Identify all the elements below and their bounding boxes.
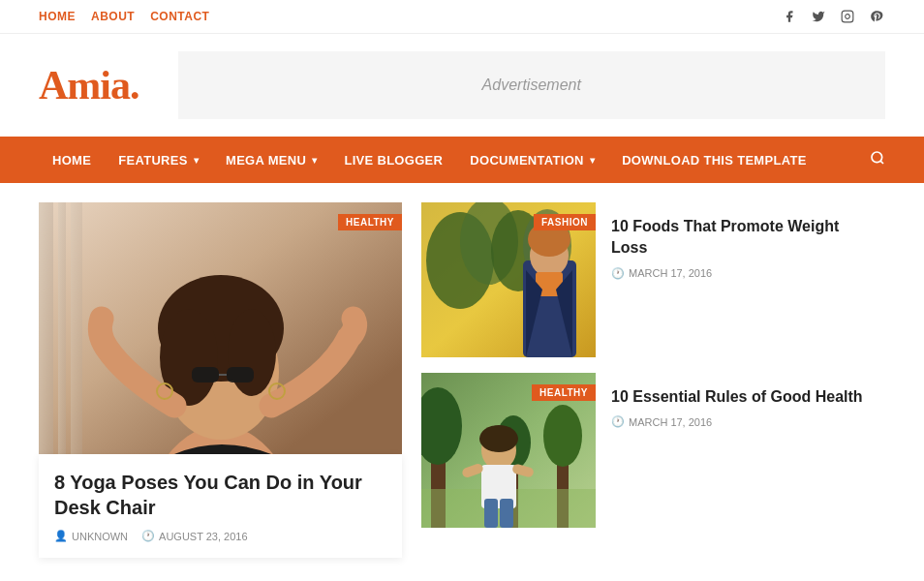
chevron-down-icon: ▾ bbox=[194, 155, 199, 166]
search-icon[interactable] bbox=[856, 137, 885, 183]
svg-line-3 bbox=[880, 161, 883, 164]
right-article-1-content: 10 Foods That Promote Weight Loss 🕐 MARC… bbox=[596, 202, 885, 357]
right-article-2-title[interactable]: 10 Essential Rules of Good Health bbox=[611, 386, 870, 408]
svg-rect-7 bbox=[71, 202, 82, 474]
right-article-2-meta: 🕐 MARCH 17, 2016 bbox=[611, 415, 870, 428]
advertisement-banner: Advertisement bbox=[178, 51, 886, 119]
svg-rect-44 bbox=[500, 499, 513, 528]
site-logo[interactable]: Amia. bbox=[39, 62, 139, 108]
svg-point-45 bbox=[479, 425, 518, 452]
right-article-1-meta: 🕐 MARCH 17, 2016 bbox=[611, 267, 870, 280]
clock-icon: 🕐 bbox=[141, 530, 155, 542]
facebook-icon[interactable] bbox=[781, 8, 798, 25]
instagram-icon[interactable] bbox=[839, 8, 856, 25]
nav-home[interactable]: HOME bbox=[39, 10, 76, 23]
right-article-1: FASHION bbox=[421, 202, 885, 357]
svg-rect-15 bbox=[227, 367, 254, 382]
right-articles: FASHION bbox=[421, 202, 885, 558]
svg-point-13 bbox=[228, 309, 276, 396]
featured-article-info: 8 Yoga Poses You Can Do in Your Desk Cha… bbox=[39, 454, 402, 558]
main-nav-mega-menu[interactable]: MEGA MENU ▾ bbox=[212, 139, 330, 181]
main-nav-features[interactable]: FEATURES ▾ bbox=[105, 139, 212, 181]
right-article-1-image: FASHION bbox=[421, 202, 596, 357]
clock-icon-3: 🕐 bbox=[611, 415, 625, 428]
featured-article-image: HEALTHY bbox=[39, 202, 402, 474]
site-header: Amia. Advertisement bbox=[0, 34, 924, 137]
right-article-1-title[interactable]: 10 Foods That Promote Weight Loss bbox=[611, 216, 870, 260]
right-article-2-content: 10 Essential Rules of Good Health 🕐 MARC… bbox=[596, 373, 885, 528]
svg-point-37 bbox=[543, 405, 582, 467]
main-nav-home[interactable]: HOME bbox=[39, 139, 105, 181]
main-content: HEALTHY 8 Yoga Poses You Can Do in Your … bbox=[0, 183, 924, 577]
svg-rect-43 bbox=[484, 499, 498, 528]
svg-rect-5 bbox=[39, 202, 53, 474]
main-nav-download[interactable]: DOWNLOAD THIS TEMPLATE bbox=[608, 139, 820, 181]
category-badge-fashion: FASHION bbox=[534, 214, 596, 230]
main-nav-live-blogger[interactable]: LIVE BLOGGER bbox=[330, 139, 456, 181]
featured-article: HEALTHY 8 Yoga Poses You Can Do in Your … bbox=[39, 202, 402, 558]
featured-article-title[interactable]: 8 Yoga Poses You Can Do in Your Desk Cha… bbox=[54, 470, 386, 520]
user-icon: 👤 bbox=[54, 530, 68, 542]
social-icons bbox=[781, 8, 885, 25]
featured-article-meta: 👤 UNKNOWN 🕐 AUGUST 23, 2016 bbox=[54, 530, 386, 542]
svg-rect-6 bbox=[58, 202, 66, 474]
svg-point-2 bbox=[872, 152, 882, 163]
svg-rect-14 bbox=[192, 367, 219, 382]
twitter-icon[interactable] bbox=[810, 8, 827, 25]
chevron-down-icon: ▾ bbox=[590, 155, 595, 166]
right-article-2: HEALTHY bbox=[421, 373, 885, 528]
chevron-down-icon: ▾ bbox=[312, 155, 317, 166]
category-badge-healthy2: HEALTHY bbox=[532, 384, 596, 401]
top-nav: HOME ABOUT CONTACT bbox=[0, 0, 924, 34]
svg-rect-0 bbox=[842, 11, 853, 22]
article-author: 👤 UNKNOWN bbox=[54, 530, 128, 542]
nav-contact[interactable]: CONTACT bbox=[150, 10, 209, 23]
category-badge: HEALTHY bbox=[338, 214, 402, 230]
main-nav: HOME FEATURES ▾ MEGA MENU ▾ LIVE BLOGGER… bbox=[0, 137, 924, 183]
article-date: 🕐 AUGUST 23, 2016 bbox=[141, 530, 248, 542]
right-article-2-image: HEALTHY bbox=[421, 373, 596, 528]
pinterest-icon[interactable] bbox=[868, 8, 885, 25]
clock-icon-2: 🕐 bbox=[611, 267, 625, 280]
woman-image bbox=[39, 202, 402, 474]
nav-about[interactable]: ABOUT bbox=[91, 10, 135, 23]
main-nav-links: HOME FEATURES ▾ MEGA MENU ▾ LIVE BLOGGER… bbox=[39, 139, 856, 181]
top-nav-links: HOME ABOUT CONTACT bbox=[39, 10, 209, 23]
main-nav-documentation[interactable]: DOCUMENTATION ▾ bbox=[456, 139, 608, 181]
